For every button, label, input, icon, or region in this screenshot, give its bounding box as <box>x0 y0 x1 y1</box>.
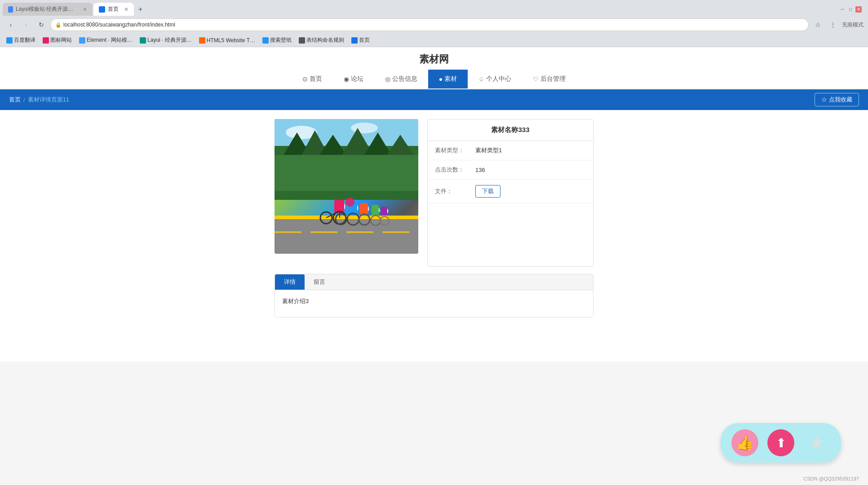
svg-point-2 <box>351 123 378 133</box>
bookmark-element[interactable]: Element · 网站模… <box>77 35 134 45</box>
forward-button[interactable]: › <box>20 18 32 31</box>
cycling-scene-svg <box>275 119 418 254</box>
material-icon: ● <box>439 75 443 83</box>
bookmark-wallpaper[interactable]: 搜索壁纸 <box>261 35 293 45</box>
nav-item-material[interactable]: ● 素材 <box>428 70 468 88</box>
tab-close-2[interactable]: ✕ <box>124 6 128 13</box>
browser-tab-2[interactable]: 首页 ✕ <box>93 3 134 16</box>
new-tab-button[interactable]: + <box>135 4 146 15</box>
minimize-button[interactable]: ─ <box>839 6 846 13</box>
bookmark-label-5: 搜索壁纸 <box>270 36 292 44</box>
type-row: 素材类型： 素材类型1 <box>428 141 593 160</box>
nav-notice-label: 公告信息 <box>392 75 417 83</box>
svg-rect-13 <box>275 231 301 233</box>
info-panel: 素材名称333 素材类型： 素材类型1 点击次数： 136 文件： 下载 <box>427 119 593 267</box>
bookmark-star[interactable]: ☆ <box>811 18 824 31</box>
settings-button[interactable]: ⋮ <box>827 18 839 31</box>
tab-close-1[interactable]: ✕ <box>83 6 87 13</box>
nav-forum-label: 论坛 <box>351 75 363 83</box>
material-description: 素材介绍3 <box>282 298 309 304</box>
breadcrumb-bar: 首页 / 素材详情页面11 ☆ 点我收藏 <box>0 89 868 110</box>
tab-favicon-2 <box>99 6 105 13</box>
download-button[interactable]: 下载 <box>475 185 500 198</box>
bookmark-layui[interactable]: Layui · 经典开源… <box>138 35 194 45</box>
tab-headers: 详情 留言 <box>275 274 593 290</box>
nav-material-label: 素材 <box>444 75 457 83</box>
bookmark-naming[interactable]: 表结构命名规则 <box>297 35 346 45</box>
bookmark-icon-site[interactable]: 图标网站 <box>41 35 74 45</box>
file-row: 文件： 下载 <box>428 180 593 203</box>
clicks-value: 136 <box>475 167 485 173</box>
content-grid: 素材名称333 素材类型： 素材类型1 点击次数： 136 文件： 下载 <box>275 119 593 267</box>
bookmark-html5[interactable]: HTML5 Website T… <box>197 36 257 44</box>
nav-item-forum[interactable]: ◉ 论坛 <box>333 70 374 88</box>
address-text: localhost:8080/sucaiwangzhan/front/index… <box>63 22 175 28</box>
bookmark-label-1: 图标网站 <box>50 36 72 44</box>
nav-item-admin[interactable]: ♡ 后台管理 <box>522 70 576 88</box>
bookmark-icon-6 <box>299 37 305 44</box>
nav-home-label: 首页 <box>310 75 322 83</box>
site-title: 素材网 <box>0 53 868 66</box>
bookmark-label-2: Element · 网站模… <box>87 36 133 44</box>
profile-icon: ♤ <box>478 75 484 83</box>
material-image <box>275 119 418 254</box>
svg-rect-16 <box>382 231 409 233</box>
svg-rect-11 <box>275 218 418 254</box>
home-icon: ⊙ <box>302 75 308 83</box>
bookmark-icon-2 <box>79 37 85 44</box>
bookmark-label-3: Layui · 经典开源… <box>147 36 192 44</box>
breadcrumb-home-link[interactable]: 首页 <box>9 96 21 104</box>
tab-body-detail: 素材介绍3 <box>275 290 593 317</box>
svg-rect-15 <box>346 231 373 233</box>
svg-rect-14 <box>310 231 337 233</box>
main-content: 素材名称333 素材类型： 素材类型1 点击次数： 136 文件： 下载 详 <box>266 119 602 317</box>
notice-icon: ◎ <box>385 75 390 83</box>
clicks-row: 点击次数： 136 <box>428 160 593 180</box>
material-image-wrap <box>275 119 418 267</box>
tab-comment[interactable]: 留言 <box>305 274 334 290</box>
back-button[interactable]: ‹ <box>4 18 17 31</box>
bookmark-icon-0 <box>6 37 13 44</box>
bookmark-icon-3 <box>140 37 146 44</box>
bookmark-home[interactable]: 首页 <box>350 35 372 45</box>
svg-point-36 <box>345 198 354 207</box>
bookmark-icon-4 <box>199 37 205 44</box>
clicks-label: 点击次数： <box>435 166 475 174</box>
bookmark-icon-7 <box>351 37 358 44</box>
address-bar[interactable]: 🔒 localhost:8080/sucaiwangzhan/front/ind… <box>50 18 809 31</box>
nav-item-home[interactable]: ⊙ 首页 <box>292 70 333 88</box>
maximize-button[interactable]: □ <box>847 6 854 13</box>
breadcrumb-separator: / <box>23 97 25 103</box>
main-navigation: ⊙ 首页 ◉ 论坛 ◎ 公告信息 ● 素材 ♤ 个人中心 ♡ 后台管理 <box>0 70 868 89</box>
bookmark-icon-5 <box>262 37 269 44</box>
nav-item-profile[interactable]: ♤ 个人中心 <box>468 70 522 88</box>
forum-icon: ◉ <box>344 75 349 83</box>
bookmark-label-7: 首页 <box>359 36 370 44</box>
browser-tab-1[interactable]: Layui模板站·经典开源模块化前… ✕ <box>3 3 93 16</box>
tab-detail[interactable]: 详情 <box>275 274 305 290</box>
lock-icon: 🔒 <box>55 22 62 28</box>
breadcrumb-current: 素材详情页面11 <box>28 96 69 104</box>
bookmark-label-0: 百度翻译 <box>14 36 35 44</box>
admin-icon: ♡ <box>533 75 539 83</box>
tab-favicon-1 <box>8 6 13 13</box>
tab-label-2: 首页 <box>108 5 119 13</box>
type-label: 素材类型： <box>435 146 475 154</box>
tab-label-1: Layui模板站·经典开源模块化前… <box>16 5 77 13</box>
info-empty-space <box>428 203 593 266</box>
close-button[interactable]: ✕ <box>855 6 862 13</box>
bookmark-label-6: 表结构命名规则 <box>306 36 344 44</box>
breadcrumb: 首页 / 素材详情页面11 <box>9 96 69 104</box>
site-header: 素材网 <box>0 47 868 66</box>
file-label: 文件： <box>435 187 475 195</box>
nav-admin-label: 后台管理 <box>540 75 566 83</box>
reader-mode[interactable]: 无痕模式 <box>842 21 864 29</box>
nav-profile-label: 个人中心 <box>486 75 511 83</box>
favorite-button[interactable]: ☆ 点我收藏 <box>815 93 859 106</box>
svg-rect-28 <box>360 203 368 215</box>
refresh-button[interactable]: ↻ <box>35 18 48 31</box>
nav-item-notice[interactable]: ◎ 公告信息 <box>374 70 428 88</box>
bookmark-label-4: HTML5 Website T… <box>207 37 255 44</box>
svg-rect-31 <box>372 205 379 216</box>
bookmark-baidu[interactable]: 百度翻译 <box>4 35 37 45</box>
